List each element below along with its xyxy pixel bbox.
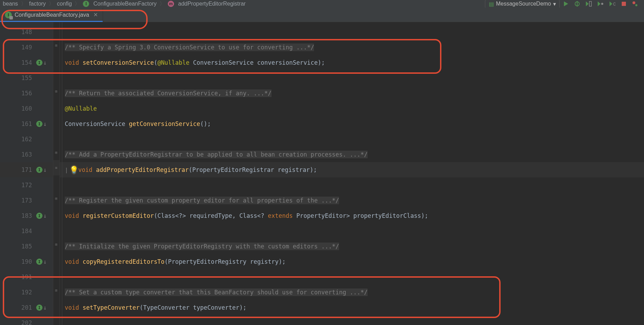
code-line[interactable]: void setTypeConverter(TypeConverter type… bbox=[60, 300, 644, 315]
code-token: getConversionService bbox=[129, 120, 200, 127]
fold-toggle[interactable]: ⊞ bbox=[53, 84, 60, 99]
close-icon[interactable]: ✕ bbox=[93, 11, 98, 18]
fold-icon[interactable]: ⊞ bbox=[54, 288, 59, 293]
fold-icon[interactable]: ⊞ bbox=[54, 89, 59, 94]
code-line[interactable]: /** Initialize the given PropertyEditorR… bbox=[60, 239, 644, 254]
code-line[interactable]: void setConversionService(@Nullable Conv… bbox=[60, 55, 644, 70]
code-line[interactable]: /** Set a custom type converter that thi… bbox=[60, 285, 644, 300]
code-token: void bbox=[78, 166, 96, 173]
code-token: addPropertyEditorRegistrar bbox=[96, 166, 189, 173]
code-token: extends bbox=[268, 212, 293, 219]
svg-point-11 bbox=[635, 4, 637, 6]
line-number-gutter: 1481491541551561601611621631711721731831… bbox=[0, 22, 35, 325]
code-area[interactable]: /** Specify a Spring 3.0 ConversionServi… bbox=[60, 22, 644, 325]
fold-icon[interactable]: ⊞ bbox=[54, 150, 59, 155]
code-line[interactable] bbox=[60, 223, 644, 239]
editor-tab[interactable]: I ConfigurableBeanFactory.java ✕ bbox=[0, 8, 103, 22]
fold-toggle[interactable]: ⊞ bbox=[53, 191, 60, 206]
line-number[interactable]: 155 bbox=[0, 70, 35, 86]
attach-icon[interactable]: G bbox=[609, 1, 615, 7]
line-number[interactable]: 191 bbox=[0, 269, 35, 285]
line-number[interactable]: 156 bbox=[0, 86, 35, 101]
line-number[interactable]: 192 bbox=[0, 285, 35, 300]
line-number[interactable]: 162 bbox=[0, 132, 35, 147]
fold-toggle[interactable]: ⊞ bbox=[53, 145, 60, 160]
fold-toggle[interactable]: ⊞ bbox=[53, 38, 60, 53]
breadcrumb-item[interactable]: config bbox=[57, 1, 72, 7]
stop-icon[interactable] bbox=[621, 1, 627, 7]
code-token: void bbox=[65, 59, 83, 66]
code-line[interactable] bbox=[60, 70, 644, 86]
interface-icon[interactable]: I bbox=[36, 167, 42, 173]
svg-point-10 bbox=[633, 1, 635, 4]
line-number[interactable]: 148 bbox=[0, 24, 35, 40]
gutter-blank bbox=[35, 40, 53, 55]
code-editor[interactable]: 1481491541551561601611621631711721731831… bbox=[0, 22, 644, 325]
code-token: PropertyEditorRegistrar registrar bbox=[192, 166, 310, 173]
fold-icon[interactable]: ⊞ bbox=[54, 43, 59, 48]
breadcrumb-item[interactable]: beans bbox=[3, 1, 18, 7]
run-configuration-selector[interactable]: ▤ MessageSourceDemo ▾ bbox=[485, 0, 560, 8]
interface-icon[interactable]: I bbox=[36, 304, 42, 311]
profile-icon[interactable] bbox=[597, 1, 604, 7]
code-line[interactable]: /** Register the given custom property e… bbox=[60, 193, 644, 208]
code-token: , bbox=[232, 212, 239, 219]
code-line[interactable] bbox=[60, 177, 644, 193]
code-line[interactable] bbox=[60, 24, 644, 40]
run-icon[interactable] bbox=[563, 1, 569, 7]
code-line[interactable] bbox=[60, 132, 644, 147]
fold-toggle[interactable]: ⊞ bbox=[53, 237, 60, 252]
interface-icon[interactable]: I bbox=[36, 213, 42, 219]
code-line[interactable] bbox=[60, 315, 644, 325]
fold-icon[interactable]: ≡ bbox=[54, 165, 59, 170]
line-number[interactable]: 190 bbox=[0, 254, 35, 269]
code-line[interactable]: |💡 void addPropertyEditorRegistrar(Prope… bbox=[60, 162, 644, 177]
code-token: ( bbox=[165, 258, 168, 265]
fold-icon[interactable]: ⊞ bbox=[54, 242, 59, 247]
code-token: PropertyEditor> propertyEditorClass bbox=[293, 212, 421, 219]
line-number[interactable]: 201 bbox=[0, 300, 35, 315]
code-line[interactable]: /** Specify a Spring 3.0 ConversionServi… bbox=[60, 40, 644, 55]
breadcrumb-item[interactable]: ConfigurableBeanFactory bbox=[93, 1, 156, 7]
svg-marker-0 bbox=[564, 1, 568, 6]
line-number[interactable]: 172 bbox=[0, 177, 35, 193]
code-token: ConversionService conversionService bbox=[189, 59, 317, 66]
line-number[interactable]: 149 bbox=[0, 40, 35, 55]
line-number[interactable]: 184 bbox=[0, 223, 35, 239]
interface-icon[interactable]: I bbox=[36, 60, 42, 66]
code-token: ( bbox=[154, 212, 157, 219]
line-number[interactable]: 160 bbox=[0, 101, 35, 116]
breadcrumb-item[interactable]: factory bbox=[29, 1, 46, 7]
interface-icon[interactable]: I bbox=[36, 259, 42, 265]
code-line[interactable] bbox=[60, 269, 644, 285]
code-line[interactable]: /** Add a PropertyEditorRegistrar to be … bbox=[60, 147, 644, 162]
fold-toggle[interactable]: ⊞ bbox=[53, 283, 60, 298]
line-number[interactable]: 183 bbox=[0, 208, 35, 223]
line-number[interactable]: 173 bbox=[0, 193, 35, 208]
code-line[interactable]: @Nullable bbox=[60, 101, 644, 116]
debug-icon[interactable] bbox=[574, 1, 580, 7]
gutter-blank bbox=[35, 285, 53, 300]
line-number[interactable]: 161 bbox=[0, 116, 35, 132]
line-number[interactable]: 202 bbox=[0, 315, 35, 325]
caret-icon: | bbox=[65, 167, 68, 173]
code-token: /** Set a custom type converter that thi… bbox=[65, 288, 368, 296]
coverage-icon[interactable] bbox=[586, 1, 592, 7]
line-number[interactable]: 171 bbox=[0, 162, 35, 177]
fold-icon[interactable]: ⊞ bbox=[54, 196, 59, 201]
interface-icon[interactable]: I bbox=[36, 121, 42, 127]
fold-toggle[interactable]: ≡ bbox=[53, 160, 60, 175]
line-number[interactable]: 154 bbox=[0, 55, 35, 70]
code-line[interactable]: /** Return the associated ConversionServ… bbox=[60, 86, 644, 101]
code-line[interactable]: ConversionService getConversionService()… bbox=[60, 116, 644, 132]
update-icon[interactable] bbox=[632, 1, 638, 7]
code-line[interactable]: void registerCustomEditor(Class<?> requi… bbox=[60, 208, 644, 223]
code-line[interactable]: void copyRegisteredEditorsTo(PropertyEdi… bbox=[60, 254, 644, 269]
line-number[interactable]: 185 bbox=[0, 239, 35, 254]
code-token: ); bbox=[310, 166, 317, 173]
down-arrow-icon: ↓ bbox=[43, 258, 47, 265]
lightbulb-icon[interactable]: 💡 bbox=[70, 166, 78, 174]
breadcrumb-item[interactable]: addPropertyEditorRegistrar bbox=[178, 1, 246, 7]
fold-toggle bbox=[53, 175, 60, 191]
line-number[interactable]: 163 bbox=[0, 147, 35, 162]
